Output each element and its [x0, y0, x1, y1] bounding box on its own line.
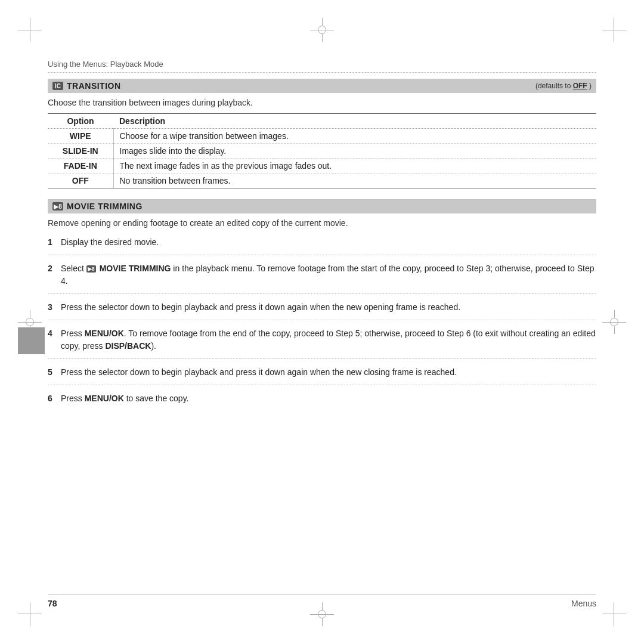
table-cell-option: FADE-IN	[48, 159, 113, 174]
table-cell-option: OFF	[48, 174, 113, 188]
transition-title-group: IC TRANSITION	[52, 81, 121, 91]
footer-page-number: 78	[48, 599, 57, 608]
steps-list: 1 Display the desired movie. 2 Select ▶8…	[48, 236, 596, 405]
footer: 78 Menus	[48, 595, 596, 608]
options-table: Option Description WIPE Choose for a wip…	[48, 113, 596, 188]
corner-mark-tl	[18, 18, 42, 42]
step-item: 4 Press MENU/OK. To remove footage from …	[48, 327, 596, 359]
transition-title: TRANSITION	[67, 81, 121, 91]
table-cell-option: WIPE	[48, 129, 113, 144]
main-content: Using the Menus: Playback Mode IC TRANSI…	[48, 60, 596, 584]
step-number: 1	[48, 236, 58, 249]
step-number: 3	[48, 301, 58, 314]
table-cell-option: SLIDE-IN	[48, 144, 113, 159]
table-row: FADE-IN The next image fades in as the p…	[48, 159, 596, 174]
step-item: 1 Display the desired movie.	[48, 236, 596, 255]
step-number: 4	[48, 327, 58, 340]
table-cell-desc: Choose for a wipe transition between ima…	[113, 129, 596, 144]
table-header-description: Description	[113, 114, 596, 129]
transition-default: (defaults to OFF )	[535, 82, 592, 90]
corner-mark-tr	[602, 18, 626, 42]
movie-trimming-title: MOVIE TRIMMING	[67, 202, 143, 211]
transition-intro: Choose the transition between images dur…	[48, 98, 596, 107]
step-number: 5	[48, 366, 58, 379]
step-number: 2	[48, 262, 58, 275]
step4-side-image	[18, 327, 45, 354]
table-header-option: Option	[48, 114, 113, 129]
breadcrumb: Using the Menus: Playback Mode	[48, 60, 596, 73]
transition-default-value: OFF	[573, 82, 587, 90]
movie-trimming-section-header: ▶8 MOVIE TRIMMING	[48, 199, 596, 213]
transition-section-header: IC TRANSITION (defaults to OFF )	[48, 79, 596, 93]
step-text: Press the selector down to begin playbac…	[61, 301, 596, 314]
table-cell-desc: The next image fades in as the previous …	[113, 159, 596, 174]
step-item: 3 Press the selector down to begin playb…	[48, 301, 596, 320]
footer-section-label: Menus	[571, 599, 596, 608]
inline-movie-icon: ▶8	[86, 265, 96, 273]
step-text: Press the selector down to begin playbac…	[61, 366, 596, 379]
step-item: 2 Select ▶8 MOVIE TRIMMING in the playba…	[48, 262, 596, 294]
step-number: 6	[48, 392, 58, 405]
movie-trimming-icon: ▶8	[52, 202, 63, 210]
step-item: 6 Press MENU/OK to save the copy.	[48, 392, 596, 405]
movie-trimming-intro: Remove opening or ending footage to crea…	[48, 218, 596, 228]
corner-mark-bl	[18, 602, 42, 626]
table-row: OFF No transition between frames.	[48, 174, 596, 188]
table-row: WIPE Choose for a wipe transition betwee…	[48, 129, 596, 144]
step-text: Press MENU/OK. To remove footage from th…	[61, 327, 596, 352]
cross-top	[310, 18, 334, 42]
cross-right	[602, 310, 626, 334]
transition-icon: IC	[52, 82, 63, 90]
corner-mark-br	[602, 602, 626, 626]
step-text: Select ▶8 MOVIE TRIMMING in the playback…	[61, 262, 596, 287]
step-item: 5 Press the selector down to begin playb…	[48, 366, 596, 385]
step-text: Press MENU/OK to save the copy.	[61, 392, 596, 405]
table-cell-desc: Images slide into the display.	[113, 144, 596, 159]
table-cell-desc: No transition between frames.	[113, 174, 596, 188]
table-row: SLIDE-IN Images slide into the display.	[48, 144, 596, 159]
step-text: Display the desired movie.	[61, 236, 596, 249]
